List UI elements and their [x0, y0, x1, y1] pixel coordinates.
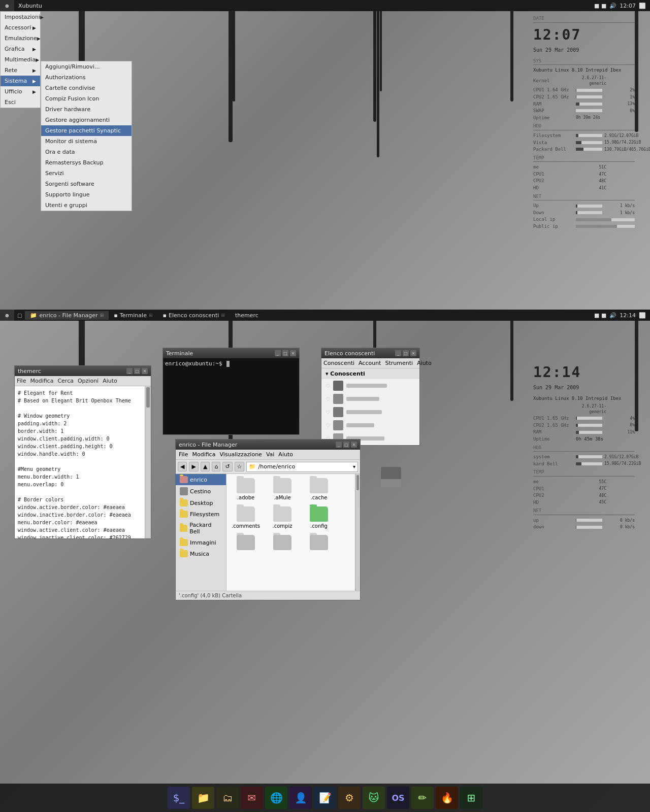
dock-flame[interactable]: 🔥 [436, 787, 458, 809]
fm-maximize[interactable]: □ [343, 442, 349, 448]
fm-path-dropdown[interactable]: ▾ [353, 464, 355, 469]
submenu-compiz[interactable]: Compiz Fusion Icon [41, 93, 132, 104]
contact-item-3[interactable]: ♡ [321, 405, 419, 419]
contacts-maximize[interactable]: □ [403, 350, 409, 356]
menu-item-ufficio[interactable]: Ufficio ▶ [1, 86, 40, 97]
xubuntu-logo-top[interactable]: ⊗ [0, 0, 14, 11]
fm-bookmarks-btn[interactable]: ☆ [235, 462, 245, 471]
submenu-cartelle[interactable]: Cartelle condivise [41, 83, 132, 93]
dock-mail[interactable]: ✉ [241, 787, 263, 809]
menu-item-impostazioni[interactable]: Impostazioni ▶ [1, 12, 40, 22]
fm-fwd-btn[interactable]: ▶ [189, 462, 198, 471]
fm-menu-modifica[interactable]: Modifica [192, 451, 215, 458]
themerc-menu-opzioni[interactable]: Opzioni [78, 378, 99, 384]
fm-up-btn[interactable]: ▲ [201, 462, 210, 471]
tb-app-themerc[interactable]: themerc [230, 311, 264, 320]
terminal-minimize[interactable]: _ [275, 350, 281, 356]
fm-path-bar[interactable]: 📁 /home/enrico ▾ [246, 462, 358, 472]
fm-file-cache[interactable]: .cache [304, 478, 334, 500]
submenu-aggiungi[interactable]: Aggiungi/Rimuovi... [41, 61, 132, 72]
contacts-menu-account[interactable]: Account [359, 360, 381, 366]
fm-back-btn[interactable]: ◀ [178, 462, 187, 471]
dock-text[interactable]: 📝 [314, 787, 336, 809]
contact-item-1[interactable]: ♡ [321, 379, 419, 392]
fm-sidebar-desktop[interactable]: Desktop [176, 497, 226, 509]
submenu-sorgenti[interactable]: Sorgenti software [41, 179, 132, 189]
contacts-menu-conoscenti[interactable]: Conoscenti [323, 360, 354, 366]
menu-item-emulazione[interactable]: Emulazione ▶ [1, 33, 40, 44]
terminal-maximize[interactable]: □ [282, 350, 288, 356]
dock-os[interactable]: OS [387, 787, 409, 809]
contact-item-2[interactable]: ♡ [321, 392, 419, 405]
contacts-menu-aiuto[interactable]: Aiuto [417, 360, 432, 366]
fm-file-comments[interactable]: .comments [231, 506, 261, 529]
fm-sidebar-packardbell[interactable]: Packard Bell [176, 520, 226, 537]
terminal-content[interactable]: enrico@xubuntu:~$ [163, 358, 299, 434]
fm-minimize[interactable]: _ [336, 442, 342, 448]
fm-menu-visualizzazione[interactable]: Visualizzazione [219, 451, 262, 458]
submenu-authorizations[interactable]: Authorizations [41, 72, 132, 83]
themerc-menu-modifica[interactable]: Modifica [30, 378, 53, 384]
themerc-maximize[interactable]: □ [134, 368, 140, 374]
contacts-minimize[interactable]: _ [395, 350, 401, 356]
dock-files[interactable]: 📁 [192, 787, 214, 809]
dock-browser[interactable]: 🌐 [265, 787, 287, 809]
dock-settings[interactable]: ⚙ [338, 787, 361, 809]
dock-contacts[interactable]: 👤 [289, 787, 312, 809]
fm-menu-vai[interactable]: Vai [266, 451, 274, 458]
fm-file-compiz[interactable]: .compiz [267, 506, 298, 529]
submenu-gestore-agg[interactable]: Gestore aggiornamenti [41, 115, 132, 125]
tb-app-filemanager[interactable]: 📁 enrico - File Manager ⊞ [25, 311, 109, 320]
submenu-remastersys[interactable]: Remastersys Backup [41, 157, 132, 168]
themerc-menu-cerca[interactable]: Cerca [57, 378, 74, 384]
fm-file-8[interactable] [267, 535, 298, 552]
terminal-close[interactable]: ✕ [290, 350, 296, 356]
menu-item-rete[interactable]: Rete ▶ [1, 65, 40, 76]
themerc-scrollbar[interactable] [145, 386, 151, 538]
contacts-menu-strumenti[interactable]: Strumenti [385, 360, 413, 366]
contacts-close[interactable]: ✕ [410, 350, 416, 356]
submenu-servizi[interactable]: Servizi [41, 168, 132, 179]
menu-item-sistema[interactable]: Sistema ▶ [1, 76, 40, 86]
fm-file-9[interactable] [304, 535, 334, 552]
fm-sidebar-filesystem[interactable]: Filesystem [176, 509, 226, 520]
dock-terminal[interactable]: $_ [168, 787, 190, 809]
dock-cat[interactable]: 🐱 [363, 787, 385, 809]
submenu-driver[interactable]: Driver hardware [41, 104, 132, 115]
themerc-close[interactable]: ✕ [142, 368, 148, 374]
menu-item-esci[interactable]: Esci [1, 97, 40, 108]
submenu-utenti[interactable]: Utenti e gruppi [41, 200, 132, 211]
contact-item-4[interactable]: ♡ [321, 419, 419, 432]
conky-b-cpu2-bar [576, 424, 602, 427]
fm-refresh-btn[interactable]: ↺ [222, 462, 232, 471]
themerc-minimize[interactable]: _ [126, 368, 133, 374]
dock-folder[interactable]: 🗂 [216, 787, 239, 809]
submenu-supporto[interactable]: Supporto lingue [41, 189, 132, 200]
tb-app-contacts[interactable]: ▪ Elenco conoscenti ⊞ [157, 311, 230, 320]
fm-menu-file[interactable]: File [179, 451, 188, 458]
menu-item-accessori[interactable]: Accessori ▶ [1, 22, 40, 33]
fm-file-amule[interactable]: .aMule [267, 478, 298, 500]
themerc-menu-aiuto[interactable]: Aiuto [103, 378, 117, 384]
fm-menu-aiuto[interactable]: Aiuto [278, 451, 293, 458]
tb-app-terminal[interactable]: ▪ Terminale ⊞ [109, 311, 157, 320]
submenu-synaptic[interactable]: Gestore pacchetti Synaptic [41, 125, 132, 136]
fm-sidebar-cestino[interactable]: Cestino [176, 485, 226, 497]
dock-apps[interactable]: ⊞ [460, 787, 482, 809]
fm-sidebar-immagini[interactable]: Immagini [176, 537, 226, 548]
fm-home-btn[interactable]: ⌂ [212, 462, 220, 471]
fm-sidebar-enrico[interactable]: enrico [176, 474, 226, 485]
fm-close[interactable]: ✕ [351, 442, 357, 448]
fm-file-config[interactable]: .config [304, 506, 334, 529]
menu-item-grafica[interactable]: Grafica ▶ [1, 44, 40, 54]
xubuntu-logo-bottom[interactable]: ⊗ [0, 310, 14, 321]
menu-item-multimedia[interactable]: Multimedia ▶ [1, 54, 40, 65]
fm-scrollbar[interactable] [355, 474, 360, 591]
submenu-monitor[interactable]: Monitor di sistema [41, 136, 132, 147]
dock-edit[interactable]: ✏ [411, 787, 434, 809]
submenu-ora[interactable]: Ora e data [41, 147, 132, 157]
fm-sidebar-musica[interactable]: Musica [176, 548, 226, 559]
fm-file-adobe[interactable]: .adobe [231, 478, 261, 500]
themerc-menu-file[interactable]: File [17, 378, 26, 384]
fm-file-7[interactable] [231, 535, 261, 552]
